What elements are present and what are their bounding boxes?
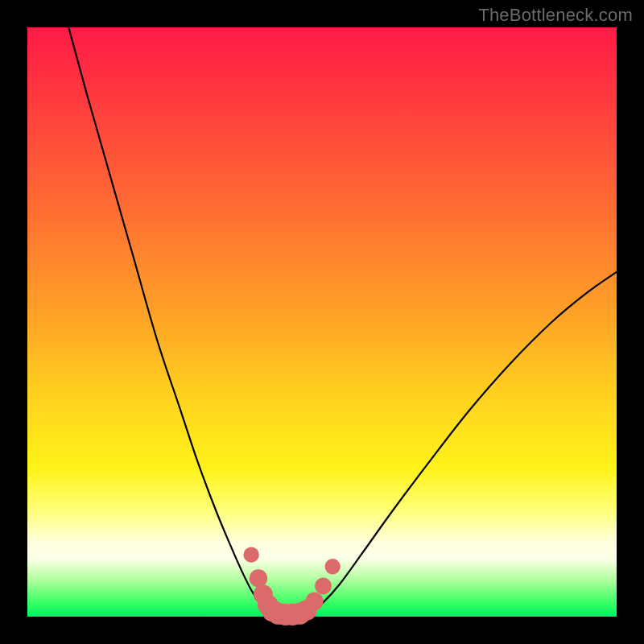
valley-marker <box>315 577 332 594</box>
valley-marker <box>305 592 323 610</box>
watermark-text: TheBottleneck.com <box>478 5 633 26</box>
valley-marker <box>324 559 340 574</box>
valley-markers <box>243 547 340 625</box>
valley-marker <box>243 547 258 562</box>
chart-frame: TheBottleneck.com <box>0 0 644 644</box>
bottleneck-curve <box>68 27 617 615</box>
plot-area <box>27 27 617 617</box>
valley-marker <box>250 569 267 587</box>
curve-layer <box>27 27 617 617</box>
